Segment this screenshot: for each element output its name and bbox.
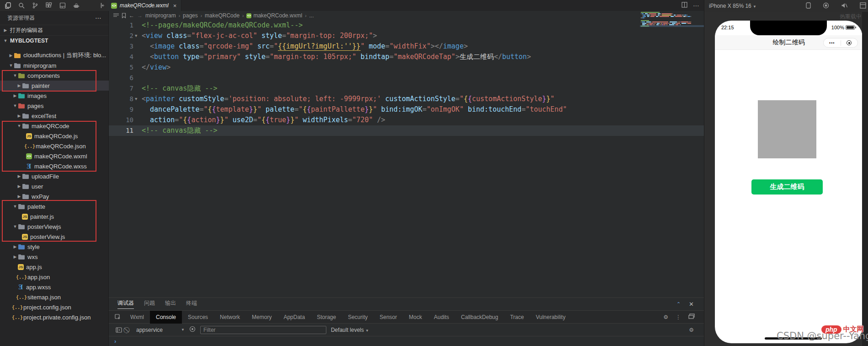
- tab-makeqrcode-wxml[interactable]: <> makeQRCode.wxml ×: [107, 0, 181, 11]
- chevron-right-icon[interactable]: ▶: [12, 244, 18, 249]
- fold-chevron-icon[interactable]: ▼: [135, 31, 137, 41]
- console-prompt-row[interactable]: ›: [109, 336, 704, 346]
- tree-item-miniprogram[interactable]: ▼miniprogram: [0, 60, 109, 70]
- explorer-more-icon[interactable]: ⋯: [95, 14, 102, 22]
- nav-forward-icon[interactable]: →: [137, 12, 143, 19]
- tree-item-painter.js[interactable]: JSpainter.js: [0, 211, 109, 222]
- panel-tab-调试器[interactable]: 调试器: [117, 299, 134, 309]
- breadcrumb-item[interactable]: miniprogram: [145, 12, 176, 19]
- devtools-tab-audits[interactable]: Audits: [428, 311, 455, 324]
- code-line-6[interactable]: 6: [109, 73, 704, 83]
- code-area[interactable]: 1<!--pages/makeQRCode/makeQRCode.wxml-->…: [109, 20, 704, 297]
- tree-item-painter[interactable]: ▶painter: [0, 81, 109, 91]
- tree-item-images[interactable]: ▶images: [0, 91, 109, 101]
- tree-item-palette[interactable]: ▼palette: [0, 201, 109, 211]
- breadcrumb-item[interactable]: pages: [183, 12, 198, 19]
- tree-item-components[interactable]: ▼components: [0, 70, 109, 81]
- tree-item-app.js[interactable]: JSapp.js: [0, 262, 109, 272]
- record-icon[interactable]: [823, 2, 829, 10]
- mute-icon[interactable]: [841, 2, 848, 10]
- breadcrumb-item[interactable]: <>makeQRCode.wxml: [246, 12, 302, 19]
- devtools-tab-trace[interactable]: Trace: [504, 311, 530, 324]
- tree-item-app.json[interactable]: {..}app.json: [0, 272, 109, 282]
- split-editor-icon[interactable]: [682, 1, 687, 10]
- context-select[interactable]: appservice ▼: [133, 327, 185, 333]
- breadcrumb-item[interactable]: makeQRCode: [205, 12, 240, 19]
- tree-item-sitemap.json[interactable]: {..}sitemap.json: [0, 292, 109, 302]
- chevron-right-icon[interactable]: ▶: [16, 194, 22, 199]
- tree-item-makeqrcode.wxml[interactable]: <>makeQRCode.wxml: [0, 151, 109, 161]
- collapse-sidebar-icon[interactable]: [98, 1, 107, 10]
- panel-tab-终端[interactable]: 终端: [186, 299, 197, 309]
- project-root[interactable]: ▼ MYBLOGTEST: [0, 36, 108, 46]
- expand-icon[interactable]: [860, 2, 866, 10]
- eye-icon[interactable]: [189, 326, 196, 334]
- chevron-right-icon[interactable]: ▶: [12, 93, 18, 98]
- tree-item-uploadfile[interactable]: ▶uploadFile: [0, 171, 109, 181]
- files-icon[interactable]: [3, 1, 12, 10]
- devtools-tab-memory[interactable]: Memory: [246, 311, 277, 324]
- capsule-button[interactable]: •••: [823, 38, 858, 48]
- bookmark-icon[interactable]: [122, 13, 126, 18]
- code-line-11[interactable]: 11<!-- canvas隐藏 -->: [109, 125, 704, 136]
- chevron-down-icon[interactable]: ▼: [12, 103, 18, 108]
- chevron-down-icon[interactable]: ▼: [8, 63, 14, 68]
- devtools-tab-network[interactable]: Network: [214, 311, 246, 324]
- tree-item-makeqrcode[interactable]: ▼makeQRCode: [0, 121, 109, 131]
- tree-item-posterview.js[interactable]: JSposterView.js: [0, 232, 109, 242]
- tree-item-wxs[interactable]: ▶wxs: [0, 252, 109, 262]
- source-control-icon[interactable]: [31, 1, 39, 10]
- code-line-8[interactable]: 8▼<painter customStyle='position: absolu…: [109, 94, 704, 104]
- tree-item-style[interactable]: ▶style: [0, 242, 109, 252]
- chevron-right-icon[interactable]: ▶: [16, 174, 22, 178]
- code-line-4[interactable]: 4 <button type="primary" style="margin-t…: [109, 52, 704, 62]
- tab-close-icon[interactable]: ×: [173, 2, 177, 9]
- open-editors-section[interactable]: ▶ 打开的编辑器: [0, 25, 108, 36]
- chevron-right-icon[interactable]: ▶: [16, 83, 22, 88]
- devtools-tab-vulnerability[interactable]: Vulnerability: [530, 311, 571, 324]
- device-select[interactable]: iPhone X 85% 16 ▼: [709, 3, 756, 9]
- filter-input[interactable]: [200, 326, 326, 334]
- window-layout-icon[interactable]: [59, 1, 67, 10]
- outline-icon[interactable]: [113, 13, 119, 18]
- panel-tab-问题[interactable]: 问题: [144, 299, 155, 309]
- kebab-menu-icon[interactable]: ⋮: [676, 314, 681, 320]
- dock-panel-icon[interactable]: [688, 314, 695, 320]
- tree-item-user[interactable]: ▶user: [0, 181, 109, 191]
- teapot-icon[interactable]: [72, 1, 81, 10]
- chevron-down-icon[interactable]: ▼: [16, 124, 22, 128]
- chevron-right-icon[interactable]: ▶: [16, 184, 22, 189]
- console-settings-icon[interactable]: ⚙: [689, 327, 704, 333]
- settings-gear-icon[interactable]: ⚙: [663, 314, 668, 320]
- tree-item-project.config.json[interactable]: {..}project.config.json: [0, 302, 109, 312]
- tree-item-pages[interactable]: ▼pages: [0, 101, 109, 111]
- rotate-device-icon[interactable]: [806, 2, 811, 10]
- code-line-9[interactable]: 9 dancePalette="{{template}}" palette="{…: [109, 104, 704, 115]
- breadcrumb-item[interactable]: ...: [309, 12, 314, 19]
- chevron-down-icon[interactable]: ▼: [12, 224, 18, 229]
- tree-item-project.private.config.json[interactable]: {..}project.private.config.json: [0, 312, 109, 322]
- code-line-1[interactable]: 1<!--pages/makeQRCode/makeQRCode.wxml-->: [109, 20, 704, 31]
- code-line-7[interactable]: 7<!-- canvas隐藏 -->: [109, 83, 704, 94]
- code-line-5[interactable]: 5</view>: [109, 62, 704, 73]
- inspect-element-icon[interactable]: [113, 313, 122, 322]
- chevron-right-icon[interactable]: ▶: [16, 114, 22, 118]
- devtools-tab-sources[interactable]: Sources: [182, 311, 214, 324]
- code-line-3[interactable]: 3 <image class="qrcode-img" src="{{imgUr…: [109, 41, 704, 52]
- tree-item-wxpay[interactable]: ▶wxPay: [0, 191, 109, 201]
- chevron-down-icon[interactable]: ▼: [12, 73, 18, 78]
- tree-item-cloudfunctions-blo...[interactable]: ▶cloudfunctions | 当前环境: blo...: [0, 50, 109, 60]
- chevron-down-icon[interactable]: ▼: [12, 204, 18, 209]
- code-line-2[interactable]: 2▼<view class="flex-jc-ac-col" style="ma…: [109, 31, 704, 41]
- devtools-tab-appdata[interactable]: AppData: [277, 311, 311, 324]
- tree-item-makeqrcode.wxss[interactable]: ƎmakeQRCode.wxss: [0, 161, 109, 171]
- tree-item-exceltest[interactable]: ▶excelTest: [0, 111, 109, 121]
- close-panel-icon[interactable]: ✕: [689, 301, 694, 308]
- devtools-tab-console[interactable]: Console: [150, 311, 182, 324]
- maximize-panel-icon[interactable]: ⌃: [676, 301, 681, 307]
- extensions-icon[interactable]: [44, 1, 53, 10]
- devtools-tab-sensor[interactable]: Sensor: [374, 311, 403, 324]
- more-actions-icon[interactable]: ⋯: [693, 2, 699, 9]
- chevron-right-icon[interactable]: ▶: [8, 53, 14, 58]
- nav-back-icon[interactable]: ←: [129, 12, 134, 19]
